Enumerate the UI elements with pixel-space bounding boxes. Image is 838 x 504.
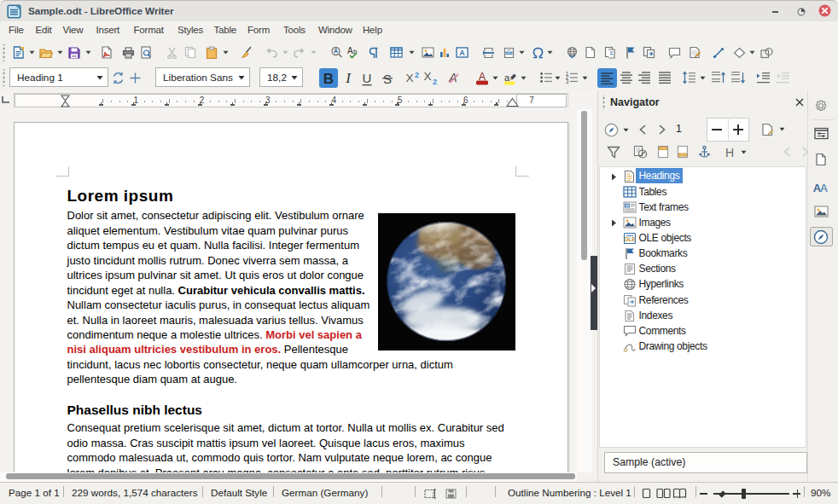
svg-text:U: U xyxy=(363,71,372,85)
svg-text:2: 2 xyxy=(433,78,437,85)
svg-text:OLE: OLE xyxy=(624,236,636,242)
svg-text:I: I xyxy=(345,70,352,85)
svg-text:H: H xyxy=(725,146,734,159)
svg-text:3: 3 xyxy=(565,78,568,84)
svg-text:A: A xyxy=(347,46,353,55)
svg-text:X: X xyxy=(405,72,413,84)
svg-text:a: a xyxy=(504,72,510,83)
svg-text:2: 2 xyxy=(415,71,419,79)
svg-text:A: A xyxy=(459,49,465,57)
svg-text:B: B xyxy=(323,71,334,87)
svg-text:A: A xyxy=(820,182,829,193)
svg-text:X: X xyxy=(423,71,431,83)
svg-text:A: A xyxy=(333,48,337,54)
